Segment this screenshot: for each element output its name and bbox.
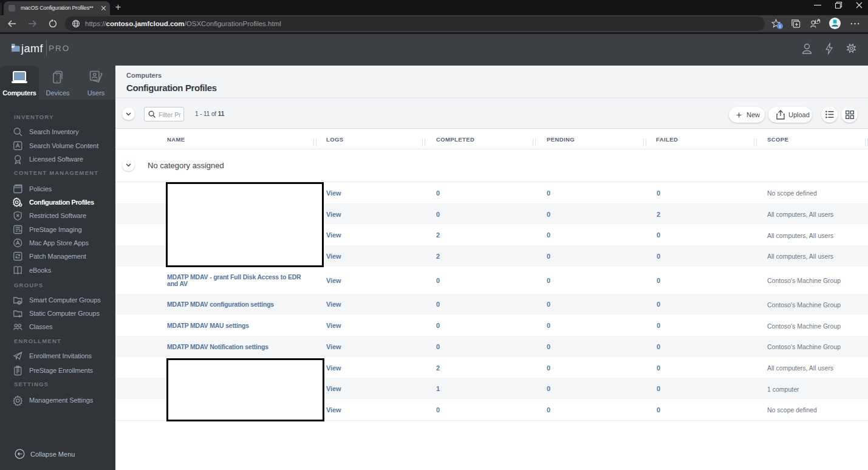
svg-text:i: i xyxy=(779,24,781,29)
